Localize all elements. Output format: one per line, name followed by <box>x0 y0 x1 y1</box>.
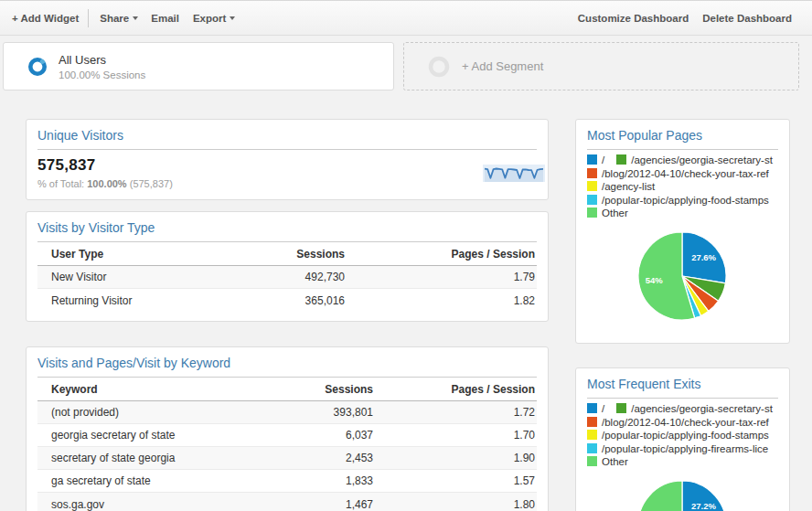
widget-most-popular-pages: Most Popular Pages //agencies/georgia-se… <box>575 119 790 344</box>
table-header-row: KeywordSessionsPages / Session <box>37 378 537 401</box>
widget-title-separator <box>587 398 778 399</box>
table-cell: 1,833 <box>245 474 373 487</box>
legend-label: /blog/2012-04-10/check-your-tax-ref <box>602 417 769 428</box>
dashboard-toolbar: + Add Widget Share Email Export Customiz… <box>0 0 812 36</box>
table-row: New Visitor492,7301.79 <box>37 266 537 289</box>
customize-dashboard-button[interactable]: Customize Dashboard <box>578 13 689 24</box>
legend-swatch-icon <box>587 208 597 218</box>
table-cell: 393,801 <box>245 406 373 419</box>
table-cell: georgia secretary of state <box>37 429 245 442</box>
legend-row: /popular-topic/applying-food-stamps <box>587 194 778 208</box>
table-row: sos.ga.gov1,4671.80 <box>37 493 537 511</box>
table-cell: 1.70 <box>373 429 537 442</box>
legend-label: Other <box>602 456 628 467</box>
delete-dashboard-label: Delete Dashboard <box>702 13 792 24</box>
legend-row: Other <box>587 207 778 220</box>
widget-title[interactable]: Visits and Pages/Visit by Keyword <box>27 347 548 377</box>
widget-title-separator <box>587 149 778 150</box>
add-widget-button[interactable]: + Add Widget <box>12 13 79 24</box>
legend-item: /agency-list <box>587 181 655 192</box>
share-label: Share <box>100 13 129 24</box>
legend-row: Other <box>587 455 778 469</box>
widget-keyword: Visits and Pages/Visit by Keyword Keywor… <box>26 346 549 511</box>
legend-label: Other <box>602 208 628 218</box>
legend-row: /agency-list <box>587 180 778 194</box>
total-prefix: % of Total: <box>37 178 87 189</box>
segment-subtitle: 100.00% Sessions <box>59 69 145 80</box>
popular-pages-pie-chart: 27.6%54% <box>632 226 732 330</box>
legend-item: / <box>587 403 604 414</box>
export-label: Export <box>193 13 226 24</box>
legend-label: / <box>602 154 604 165</box>
column-header: Sessions <box>245 383 373 396</box>
table-cell: 365,016 <box>217 294 345 307</box>
add-segment-label: + Add Segment <box>462 59 543 73</box>
legend-label: /popular-topic/applying-food-stamps <box>602 430 769 441</box>
pie-legend: //agencies/georgia-secretary-st/blog/201… <box>587 154 778 220</box>
table-cell: secretary of state georgia <box>37 452 245 464</box>
widget-title[interactable]: Most Frequent Exits <box>576 368 789 398</box>
widget-title[interactable]: Visits by Visitor Type <box>27 212 548 241</box>
toolbar-divider <box>88 9 89 27</box>
visitor-type-table: User TypeSessionsPages / SessionNew Visi… <box>37 242 537 312</box>
all-users-donut-icon <box>27 57 48 77</box>
table-cell: sos.ga.gov <box>37 498 245 511</box>
export-button[interactable]: Export <box>193 13 235 24</box>
legend-item: /blog/2012-04-10/check-your-tax-ref <box>587 417 769 428</box>
unique-visitors-total: % of Total: 100.00% (575,837) <box>37 178 548 189</box>
table-cell: 492,730 <box>217 271 345 283</box>
table-row: (not provided)393,8011.72 <box>37 401 537 424</box>
add-segment-button[interactable]: + Add Segment <box>403 42 799 90</box>
delete-dashboard-button[interactable]: Delete Dashboard <box>702 13 792 24</box>
legend-item: /blog/2012-04-10/check-your-tax-ref <box>587 168 769 179</box>
legend-item: /popular-topic/applying-firearms-lice <box>587 443 768 454</box>
pie-slice-label: 27.6% <box>691 252 716 262</box>
pie-slice-label: 27.2% <box>691 501 716 511</box>
legend-swatch-icon <box>587 456 597 466</box>
legend-swatch-icon <box>616 154 626 165</box>
legend-swatch-icon <box>616 403 626 413</box>
widget-most-frequent-exits: Most Frequent Exits //agencies/georgia-s… <box>575 367 790 511</box>
table-cell: 1.72 <box>373 406 537 419</box>
table-cell: 1.82 <box>345 294 537 307</box>
legend-item: Other <box>587 456 628 467</box>
table-header-row: User TypeSessionsPages / Session <box>37 242 537 266</box>
table-row: secretary of state georgia2,4531.90 <box>37 447 537 470</box>
legend-row: //agencies/georgia-secretary-st <box>587 154 778 167</box>
share-button[interactable]: Share <box>100 13 138 24</box>
widget-title[interactable]: Unique Visitors <box>27 120 548 149</box>
widget-visits-by-visitor-type: Visits by Visitor Type User TypeSessions… <box>26 211 549 322</box>
legend-row: //agencies/georgia-secretary-st <box>587 402 778 416</box>
column-header: Pages / Session <box>373 383 537 396</box>
widget-title-separator <box>37 149 537 150</box>
legend-item: /agencies/georgia-secretary-st <box>616 154 773 165</box>
legend-label: /blog/2012-04-10/check-your-tax-ref <box>602 168 769 179</box>
widget-title[interactable]: Most Popular Pages <box>576 120 789 149</box>
legend-swatch-icon <box>587 403 597 413</box>
column-header: Sessions <box>217 248 345 261</box>
add-widget-label: + Add Widget <box>12 13 79 24</box>
legend-label: / <box>602 403 604 414</box>
table-row: ga secretary of state1,8331.57 <box>37 470 537 493</box>
table-cell: 1.57 <box>373 474 537 487</box>
chevron-down-icon <box>133 16 138 23</box>
table-cell: 2,453 <box>245 452 373 464</box>
frequent-exits-pie-chart: 27.2% <box>632 474 732 511</box>
sparkline-chart <box>483 165 545 182</box>
table-row: Returning Visitor365,0161.82 <box>37 289 537 312</box>
dashboard-canvas: Unique Visitors 575,837 % of Total: 100.… <box>0 96 812 511</box>
segment-all-users[interactable]: All Users 100.00% Sessions <box>3 42 394 90</box>
email-label: Email <box>151 13 179 24</box>
email-button[interactable]: Email <box>151 13 179 24</box>
add-segment-circle-icon <box>428 56 450 78</box>
widget-unique-visitors: Unique Visitors 575,837 % of Total: 100.… <box>26 119 549 200</box>
chevron-down-icon <box>230 16 235 23</box>
unique-visitors-value: 575,837 <box>37 156 548 175</box>
table-cell: ga secretary of state <box>37 474 245 487</box>
table-cell: 6,037 <box>245 429 373 442</box>
legend-label: /agencies/georgia-secretary-st <box>631 403 773 414</box>
legend-label: /popular-topic/applying-firearms-lice <box>602 443 768 454</box>
legend-swatch-icon <box>587 417 597 427</box>
table-cell: (not provided) <box>37 406 245 419</box>
legend-swatch-icon <box>587 430 597 440</box>
